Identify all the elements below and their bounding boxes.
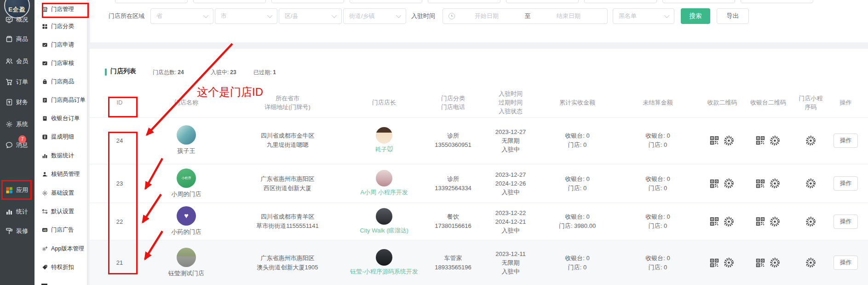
cutoff-input[interactable] [193, 0, 266, 3]
column-header-unsettled: 未结算金额 [616, 98, 699, 107]
menu-item-commission-detail[interactable]: 提成明细 [34, 132, 87, 141]
cutoff-input[interactable] [271, 0, 344, 3]
sidebar-item-finance[interactable]: 财务 [0, 97, 34, 107]
blacklist-select[interactable]: 黑名单 [613, 8, 674, 24]
menu-item-store-goods[interactable]: 门店商品 [34, 77, 87, 86]
export-button[interactable]: 导出 [717, 8, 749, 24]
menu-item-store-audit[interactable]: 门店审核 [34, 58, 87, 68]
sidebar-item-members[interactable]: 会员 [0, 56, 34, 66]
row-action-button[interactable]: 操作 [834, 215, 858, 229]
menu-item-store-management[interactable]: 门店管理 [34, 5, 87, 14]
sidebar-item-system[interactable]: 系统 [0, 119, 34, 129]
menu-item-cashier-orders[interactable]: 收银台订单 [34, 114, 87, 123]
menu-item-default-settings[interactable]: 默认设置 [34, 207, 87, 216]
row-action-button[interactable]: 操作 [834, 256, 858, 270]
menu-item-app-version[interactable]: App版本管理 [34, 244, 87, 253]
cutoff-input[interactable] [350, 0, 422, 3]
store-name: 小药的门店 [172, 227, 201, 237]
miniprogram-code-icon[interactable] [723, 257, 735, 268]
sidebar-item-orders[interactable]: 订单 [0, 77, 34, 87]
miniprogram-code-icon[interactable] [723, 216, 735, 227]
cell-manager: 耗子🐭 [345, 127, 423, 154]
stat-total: 门店总数:24 [153, 69, 184, 76]
table-row: 21 钰莹测试门店 广东省惠州市惠阳区 澳头街道创新大厦1905 钰莹-小程序源… [90, 240, 868, 285]
cutoff-input[interactable] [662, 0, 735, 3]
menu-item-label: 数据统计 [51, 152, 74, 160]
table-row: 22 ♥ 小药的门店 四川省成都市青羊区 草市街街道1155551141 Cit… [90, 203, 868, 240]
qr-code-icon[interactable] [756, 179, 765, 188]
qr-code-icon[interactable] [756, 217, 765, 226]
manager-name: 钰莹-小程序源码系统开发 [350, 267, 418, 276]
miniprogram-code-icon[interactable] [769, 178, 781, 189]
manager-avatar [376, 208, 392, 225]
manager-avatar [376, 170, 392, 186]
date-range-input[interactable]: 开始日期 至 结束日期 [443, 8, 608, 24]
menu-item-privilege-discount[interactable]: 特权折扣 [34, 262, 87, 272]
street-select[interactable]: 街道/乡镇 [343, 8, 406, 24]
sidebar-item-label: 财务 [16, 98, 28, 106]
cutoff-input[interactable] [506, 0, 579, 3]
store-avatar [177, 125, 196, 145]
menu-item-store-ads[interactable]: 门店广告 [34, 225, 87, 234]
miniprogram-code-icon[interactable] [805, 257, 816, 268]
menu-item-store-goods-orders[interactable]: 门店商品订单 [34, 95, 87, 105]
sidebar-item-stats[interactable]: 统计 [0, 207, 34, 217]
miniprogram-code-icon[interactable] [805, 216, 816, 227]
menu-item-verifier-management[interactable]: 核销员管理 [34, 169, 87, 179]
sidebar-item-apps[interactable]: 应用 [0, 185, 34, 195]
qr-code-icon[interactable] [710, 179, 719, 188]
cutoff-input[interactable] [115, 0, 188, 3]
manager-avatar [376, 249, 392, 266]
miniprogram-code-icon[interactable] [723, 178, 735, 189]
cutoff-input[interactable] [741, 0, 813, 3]
qr-code-icon[interactable] [756, 136, 765, 145]
miniprogram-code-icon[interactable] [769, 216, 781, 227]
store-list-card: 门店列表 门店总数:24 入驻中:23 已过期:1 ID 门店名称 所在省市详细… [90, 49, 868, 285]
menu-item-basic-settings[interactable]: 基础设置 [34, 188, 87, 198]
menu-item-store-category[interactable]: 门店分类 [34, 22, 87, 31]
miniprogram-code-icon[interactable] [769, 257, 781, 268]
cell-cashier-qr [745, 178, 791, 189]
cutoff-input[interactable] [584, 0, 657, 3]
chart-icon [41, 152, 48, 159]
cell-received: 收银台: 0 门店: 0 [538, 174, 616, 193]
menu-item-data-stats[interactable]: 数据统计 [34, 151, 87, 160]
cell-unsettled: 收银台: 0 门店: 0 [616, 212, 699, 231]
district-select[interactable]: 区/县 [279, 8, 342, 24]
city-select[interactable]: 市 [215, 8, 277, 24]
secondary-sidebar: 门店管理 门店分类 门店申请 门店审核 门店商品 门店商品订单 收银台订单 提 [34, 0, 87, 285]
miniprogram-code-icon[interactable] [805, 135, 816, 146]
qr-code-icon[interactable] [710, 136, 719, 145]
cell-join-time: 2023-12-22 2024-12-21 入驻中 [483, 209, 538, 235]
messages-icon [5, 141, 13, 149]
menu-item-store-apply[interactable]: 门店申请 [34, 40, 87, 49]
qr-code-icon[interactable] [710, 217, 719, 226]
row-action-button[interactable]: 操作 [834, 176, 858, 191]
search-button[interactable]: 搜索 [681, 8, 710, 24]
menu-item-label: 门店商品 [51, 78, 74, 86]
cell-join-time: 2023-12-27 无限期 入驻中 [483, 128, 538, 154]
region-filter-label: 门店所在区域 [109, 8, 144, 24]
stats-icon [5, 208, 13, 216]
ad-icon [41, 227, 48, 233]
miniprogram-code-icon[interactable] [769, 135, 781, 146]
miniprogram-code-icon[interactable] [805, 178, 816, 189]
province-select[interactable]: 省 [150, 8, 213, 24]
sidebar-item-messages[interactable]: 消息 7 [0, 140, 34, 150]
qr-code-icon[interactable] [710, 258, 719, 268]
miniprogram-code-icon[interactable] [723, 135, 735, 146]
sidebar-item-label: 订单 [16, 78, 28, 86]
cutoff-input[interactable] [428, 0, 500, 3]
cell-join-time: 2023-12-27 2024-12-26 入驻中 [483, 170, 538, 197]
qr-code-icon[interactable] [756, 258, 765, 268]
cell-payment-qr [699, 216, 745, 227]
sidebar-item-goods[interactable]: 商品 [0, 34, 34, 44]
select-placeholder: 市 [221, 12, 269, 20]
cell-received: 收银台: 0 门店: 0 [538, 254, 616, 272]
sidebar-item-decorate[interactable]: 装修 [0, 226, 34, 236]
sidebar-item-overview[interactable]: 概况 [0, 15, 34, 25]
row-action-button[interactable]: 操作 [834, 134, 858, 148]
column-header-id: ID [97, 98, 143, 107]
category-icon [41, 23, 48, 29]
person-icon [41, 171, 48, 177]
